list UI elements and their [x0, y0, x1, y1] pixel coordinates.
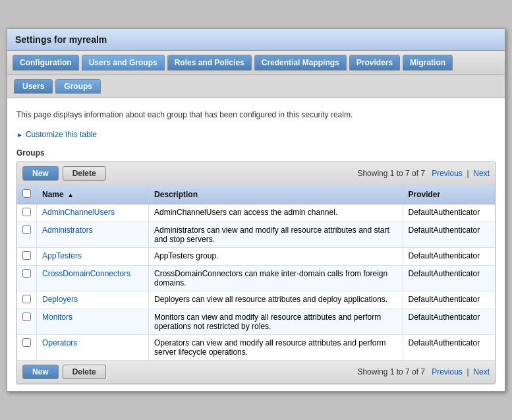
- row-checkbox-cell: [17, 335, 37, 361]
- row-name-cell: Administrators: [37, 222, 149, 248]
- row-description-cell: AdminChannelUsers can access the admin c…: [149, 204, 403, 222]
- previous-link-top[interactable]: Previous: [432, 169, 463, 178]
- customize-link[interactable]: ► Customize this table: [16, 130, 496, 139]
- row-description-cell: AppTesters group.: [149, 248, 403, 266]
- row-description-cell: Deployers can view all resource attribut…: [149, 291, 403, 309]
- row-checkbox-cell: [17, 266, 37, 291]
- row-provider-cell: DefaultAuthenticator: [403, 248, 495, 266]
- header-checkbox-col: [17, 185, 37, 204]
- row-checkbox-cell: [17, 309, 37, 335]
- table-header-row: Name ▲ Description Provider: [17, 185, 495, 204]
- row-name-cell: CrossDomainConnectors: [37, 266, 149, 291]
- sub-tab-groups[interactable]: Groups: [55, 79, 101, 94]
- table-row: MonitorsMonitors can view and modify all…: [17, 309, 495, 335]
- row-provider-cell: DefaultAuthenticator: [403, 266, 495, 291]
- group-name-link[interactable]: CrossDomainConnectors: [42, 269, 130, 278]
- header-provider: Provider: [403, 185, 495, 204]
- tab-providers[interactable]: Providers: [349, 55, 400, 71]
- delete-button-bottom[interactable]: Delete: [63, 365, 106, 379]
- row-provider-cell: DefaultAuthenticator: [403, 335, 495, 361]
- next-link-top[interactable]: Next: [473, 169, 490, 178]
- toolbar-left: New Delete: [22, 166, 106, 181]
- table-body: AdminChannelUsersAdminChannelUsers can a…: [17, 204, 495, 361]
- row-checkbox-cell: [17, 291, 37, 309]
- new-button-top[interactable]: New: [22, 166, 59, 181]
- row-name-cell: AdminChannelUsers: [37, 204, 149, 222]
- row-name-cell: Operators: [37, 335, 149, 361]
- new-button-bottom[interactable]: New: [22, 365, 59, 379]
- group-name-link[interactable]: AdminChannelUsers: [42, 208, 115, 217]
- row-checkbox[interactable]: [22, 295, 31, 303]
- group-name-link[interactable]: Administrators: [42, 225, 93, 235]
- sub-tab-users[interactable]: Users: [14, 79, 53, 94]
- group-name-link[interactable]: AppTesters: [42, 251, 82, 260]
- row-checkbox-cell: [17, 248, 37, 266]
- row-description-cell: Operators can view and modify all resour…: [149, 335, 403, 361]
- group-name-link[interactable]: Operators: [42, 338, 77, 347]
- customize-arrow-icon: ►: [16, 131, 23, 138]
- paging-info-bottom: Showing 1 to 7 of 7 Previous | Next: [357, 367, 490, 376]
- row-description-cell: CrossDomainConnectors can make inter-dom…: [149, 266, 403, 291]
- window-title: Settings for myrealm: [15, 34, 107, 45]
- row-checkbox[interactable]: [22, 251, 31, 260]
- row-provider-cell: DefaultAuthenticator: [403, 291, 495, 309]
- info-text: This page displays information about eac…: [16, 107, 496, 122]
- row-name-cell: AppTesters: [37, 248, 149, 266]
- sub-tab-bar: Users Groups: [7, 75, 505, 98]
- bottom-toolbar: New Delete Showing 1 to 7 of 7 Previous …: [17, 361, 495, 384]
- bottom-toolbar-left: New Delete: [22, 365, 106, 379]
- row-description-cell: Monitors can view and modify all resourc…: [149, 309, 403, 335]
- select-all-checkbox[interactable]: [22, 189, 31, 198]
- row-checkbox[interactable]: [22, 338, 31, 347]
- sort-icon: ▲: [67, 191, 74, 198]
- row-checkbox[interactable]: [22, 269, 31, 278]
- header-description: Description: [149, 185, 403, 204]
- groups-table: Name ▲ Description Provider AdminChannel…: [17, 185, 495, 361]
- delete-button-top[interactable]: Delete: [63, 166, 106, 181]
- tab-users-and-groups[interactable]: Users and Groups: [82, 55, 165, 71]
- tab-configuration[interactable]: Configuration: [13, 55, 79, 71]
- main-tab-bar: Configuration Users and Groups Roles and…: [7, 51, 505, 75]
- table-row: AdministratorsAdministrators can view an…: [17, 222, 495, 248]
- table-row: DeployersDeployers can view all resource…: [17, 291, 495, 309]
- row-description-cell: Administrators can view and modify all r…: [149, 222, 403, 248]
- tab-migration[interactable]: Migration: [403, 55, 453, 71]
- tab-credential-mappings[interactable]: Credential Mappings: [254, 55, 347, 71]
- groups-table-wrapper: New Delete Showing 1 to 7 of 7 Previous …: [16, 162, 496, 384]
- group-name-link[interactable]: Deployers: [42, 295, 78, 304]
- next-link-bottom[interactable]: Next: [473, 367, 490, 376]
- main-window: Settings for myrealm Configuration Users…: [7, 28, 505, 392]
- group-name-link[interactable]: Monitors: [42, 313, 72, 322]
- tab-roles-and-policies[interactable]: Roles and Policies: [167, 55, 252, 71]
- row-checkbox-cell: [17, 204, 37, 222]
- row-name-cell: Deployers: [37, 291, 149, 309]
- row-checkbox[interactable]: [22, 208, 31, 216]
- paging-info-top: Showing 1 to 7 of 7 Previous | Next: [357, 169, 490, 178]
- title-bar: Settings for myrealm: [7, 29, 505, 51]
- table-row: OperatorsOperators can view and modify a…: [17, 335, 495, 361]
- row-checkbox[interactable]: [22, 225, 31, 234]
- row-provider-cell: DefaultAuthenticator: [403, 222, 495, 248]
- row-name-cell: Monitors: [37, 309, 149, 335]
- header-name: Name ▲: [37, 185, 149, 204]
- row-provider-cell: DefaultAuthenticator: [403, 204, 495, 222]
- row-checkbox-cell: [17, 222, 37, 248]
- previous-link-bottom[interactable]: Previous: [432, 367, 463, 376]
- section-label: Groups: [16, 148, 496, 158]
- content-area: This page displays information about eac…: [7, 98, 505, 391]
- top-toolbar: New Delete Showing 1 to 7 of 7 Previous …: [17, 162, 495, 185]
- table-row: CrossDomainConnectorsCrossDomainConnecto…: [17, 266, 495, 291]
- table-row: AppTestersAppTesters group.DefaultAuthen…: [17, 248, 495, 266]
- row-provider-cell: DefaultAuthenticator: [403, 309, 495, 335]
- row-checkbox[interactable]: [22, 313, 31, 321]
- table-row: AdminChannelUsersAdminChannelUsers can a…: [17, 204, 495, 222]
